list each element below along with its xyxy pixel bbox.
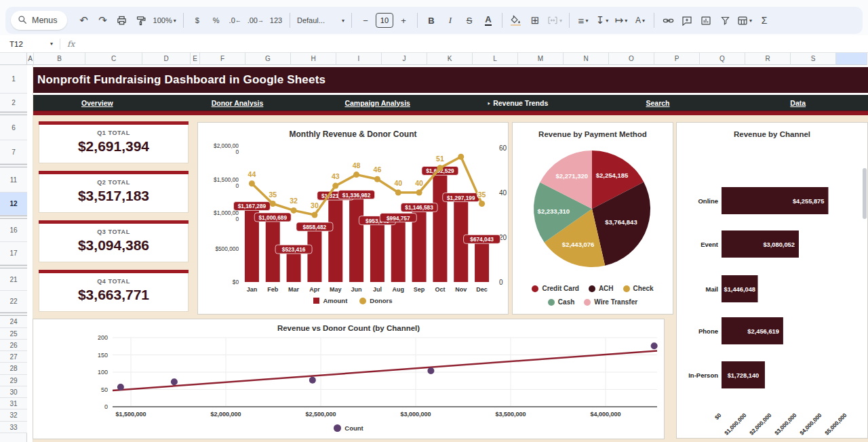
row-header-7[interactable]: 7 xyxy=(0,140,27,164)
row-header-21[interactable]: 21 xyxy=(0,268,27,291)
font-selector[interactable]: Defaul...▾ xyxy=(295,12,347,29)
kpi-card-2[interactable]: Q2 TOTAL$3,517,183 xyxy=(39,171,189,213)
column-header-C[interactable]: C xyxy=(85,53,142,65)
column-header-E[interactable]: E xyxy=(191,53,200,65)
number-format-button[interactable]: 123 xyxy=(267,12,285,29)
fill-color-button[interactable] xyxy=(507,12,525,29)
zoom-control[interactable]: 100%▾ xyxy=(151,12,178,29)
bold-button[interactable]: B xyxy=(422,12,440,29)
functions-button[interactable]: Σ xyxy=(755,12,773,29)
svg-text:$2,000,000: $2,000,000 xyxy=(214,142,239,155)
column-header-selected[interactable] xyxy=(836,53,867,65)
vertical-scrollbar[interactable] xyxy=(863,168,867,219)
percent-format-button[interactable]: % xyxy=(208,12,225,29)
text-wrap-button[interactable]: ↦▾ xyxy=(612,12,630,29)
kpi-card-4[interactable]: Q4 TOTAL$3,663,771 xyxy=(39,270,189,312)
text-rotation-button[interactable]: A▾ xyxy=(631,12,649,29)
row-header-25[interactable]: 25 xyxy=(0,328,27,340)
row-header-24[interactable]: 24 xyxy=(0,316,27,328)
chart-payment-method[interactable]: Revenue by Payment Method $2,254,185$3,7… xyxy=(512,122,673,315)
row-header-6[interactable]: 6 xyxy=(0,115,27,140)
paint-format-button[interactable] xyxy=(132,12,150,29)
menus-button[interactable]: Menus xyxy=(11,11,67,30)
toolbar-separator xyxy=(351,13,352,28)
column-header-L[interactable]: L xyxy=(473,53,518,65)
row-header-11[interactable]: 11 xyxy=(0,167,27,193)
redo-button[interactable]: ↷ xyxy=(94,12,112,29)
column-header-R[interactable]: R xyxy=(745,53,791,65)
insert-chart-button[interactable] xyxy=(697,12,715,29)
column-header-M[interactable]: M xyxy=(518,53,564,65)
select-all-corner[interactable] xyxy=(0,53,27,65)
kpi-card-3[interactable]: Q3 TOTAL$3,094,386 xyxy=(39,220,189,262)
column-header-F[interactable]: F xyxy=(200,53,245,65)
filter-button[interactable] xyxy=(716,12,734,29)
svg-text:In-Person: In-Person xyxy=(688,371,718,379)
donors-point-Apr xyxy=(311,212,317,218)
legend-swatch xyxy=(532,285,538,292)
nav-link-label: Data xyxy=(790,99,806,107)
column-header-B[interactable]: B xyxy=(34,53,85,65)
row-header-32[interactable]: 32 xyxy=(0,409,27,422)
vertical-align-button[interactable]: ↧▾ xyxy=(593,12,611,29)
column-header-H[interactable]: H xyxy=(291,53,336,65)
italic-button[interactable]: I xyxy=(441,12,459,29)
column-header-Q[interactable]: Q xyxy=(700,53,745,65)
donors-point-Jan xyxy=(249,180,255,186)
chart-legend: Credit CardACHCheck xyxy=(513,285,673,292)
row-header-29[interactable]: 29 xyxy=(0,375,27,386)
currency-format-button[interactable]: $ xyxy=(189,12,206,29)
row-header-28[interactable]: 28 xyxy=(0,363,27,375)
chart-monthly-revenue[interactable]: Monthly Revenue & Donor Count $2,000,000… xyxy=(197,122,509,315)
insert-comment-button[interactable] xyxy=(678,12,696,29)
column-header-D[interactable]: D xyxy=(142,53,191,65)
table-views-button[interactable]: ▾ xyxy=(735,12,754,29)
strikethrough-button[interactable]: S xyxy=(460,12,478,29)
column-header-A[interactable]: A xyxy=(27,53,34,65)
row-header-12[interactable]: 12 xyxy=(0,193,27,216)
font-size-input[interactable]: 10 xyxy=(376,13,393,28)
name-box[interactable]: T12 ▾ xyxy=(0,40,53,48)
decrease-decimal-button[interactable]: .0← xyxy=(226,12,244,29)
column-header-S[interactable]: S xyxy=(791,53,836,65)
increase-decimal-button[interactable]: .00→ xyxy=(245,12,266,29)
nav-link-revenue-trends[interactable]: ‣Revenue Trends xyxy=(448,99,588,107)
donors-point-Nov xyxy=(458,154,464,160)
row-header-22[interactable]: 22 xyxy=(0,291,27,313)
chart-revenue-vs-donors[interactable]: Revenue vs Donor Count (by Channel) 2001… xyxy=(33,319,665,439)
row-header-26[interactable]: 26 xyxy=(0,340,27,351)
insert-link-button[interactable] xyxy=(659,12,677,29)
column-header-K[interactable]: K xyxy=(427,53,473,65)
column-header-P[interactable]: P xyxy=(654,53,700,65)
column-header-O[interactable]: O xyxy=(609,53,654,65)
row-header-1[interactable]: 1 xyxy=(0,65,27,94)
nav-link-overview[interactable]: Overview xyxy=(27,99,167,107)
nav-link-search[interactable]: Search xyxy=(588,99,728,107)
column-header-J[interactable]: J xyxy=(382,53,427,65)
column-header-I[interactable]: I xyxy=(336,53,382,65)
increase-font-size-button[interactable]: + xyxy=(395,12,412,29)
undo-button[interactable]: ↶ xyxy=(75,12,93,29)
merge-cells-button[interactable]: ▾ xyxy=(545,12,564,29)
row-header-16[interactable]: 16 xyxy=(0,219,27,242)
borders-button[interactable]: ⊞ xyxy=(526,12,544,29)
row-header-33[interactable]: 33 xyxy=(0,422,27,433)
row-header-31[interactable]: 31 xyxy=(0,398,27,409)
horizontal-align-button[interactable]: ≡▾ xyxy=(574,12,592,29)
nav-link-data[interactable]: Data xyxy=(728,99,868,107)
column-header-G[interactable]: G xyxy=(245,53,291,65)
decrease-font-size-button[interactable]: − xyxy=(357,12,374,29)
print-button[interactable] xyxy=(113,12,131,29)
row-header-2[interactable]: 2 xyxy=(0,94,27,112)
row-header-17[interactable]: 17 xyxy=(0,242,27,265)
nav-link-campaign-analysis[interactable]: Campaign Analysis xyxy=(307,99,448,107)
text-color-button[interactable]: A xyxy=(479,12,497,29)
column-header-N[interactable]: N xyxy=(564,53,609,65)
svg-text:May: May xyxy=(330,286,342,293)
chart-revenue-by-channel[interactable]: Revenue by Channel Online$4,255,875Event… xyxy=(676,122,868,439)
row-header-27[interactable]: 27 xyxy=(0,351,27,363)
nav-link-donor-analysis[interactable]: Donor Analysis xyxy=(167,99,308,107)
kpi-card-1[interactable]: Q1 TOTAL$2,691,394 xyxy=(39,121,189,163)
svg-text:Jan: Jan xyxy=(247,286,258,293)
row-header-30[interactable]: 30 xyxy=(0,386,27,398)
